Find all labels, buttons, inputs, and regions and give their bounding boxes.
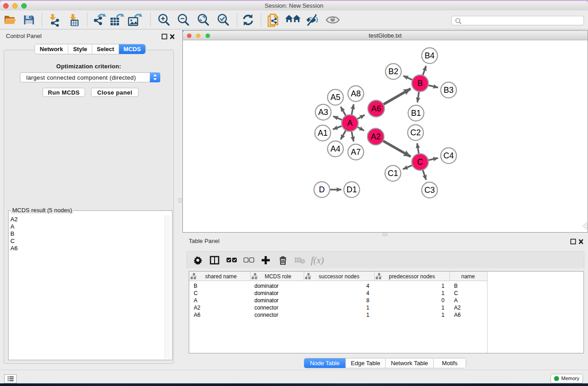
svg-text:shared name: shared name [205, 273, 237, 280]
svg-text:connector: connector [254, 312, 278, 318]
svg-text:1: 1 [366, 312, 369, 318]
svg-text:MCDS role: MCDS role [265, 273, 292, 280]
svg-text:C: C [417, 157, 423, 167]
svg-text:A6: A6 [194, 312, 201, 318]
svg-text:B2: B2 [388, 67, 398, 76]
svg-text:A7: A7 [351, 148, 361, 157]
svg-text:A3: A3 [318, 108, 328, 117]
svg-text:A2: A2 [454, 305, 461, 311]
svg-text:B3: B3 [444, 86, 454, 95]
svg-text:0: 0 [441, 297, 445, 304]
svg-text:C4: C4 [443, 151, 454, 160]
svg-text:A1: A1 [318, 129, 328, 138]
svg-text:dominator: dominator [254, 297, 278, 304]
svg-text:B: B [454, 283, 458, 289]
svg-text:A: A [454, 297, 458, 304]
svg-text:A: A [347, 119, 353, 128]
svg-text:D1: D1 [346, 185, 357, 194]
svg-text:4: 4 [366, 283, 369, 289]
svg-text:4: 4 [366, 290, 369, 296]
svg-text:B4: B4 [425, 51, 435, 60]
svg-text:1: 1 [441, 290, 445, 296]
svg-text:A4: A4 [330, 144, 340, 153]
svg-text:1: 1 [441, 305, 445, 311]
svg-text:B1: B1 [411, 109, 421, 118]
svg-text:A8: A8 [351, 89, 361, 98]
svg-text:B: B [194, 283, 197, 289]
svg-text:C1: C1 [387, 169, 398, 178]
svg-text:dominator: dominator [254, 283, 278, 289]
svg-text:C3: C3 [424, 186, 435, 195]
svg-text:successor nodes: successor nodes [319, 273, 359, 280]
svg-text:dominator: dominator [254, 290, 278, 296]
svg-text:8: 8 [366, 297, 369, 304]
svg-text:A2: A2 [371, 132, 381, 141]
svg-text:A5: A5 [330, 93, 340, 102]
svg-text:A2: A2 [194, 305, 201, 311]
svg-text:1: 1 [441, 312, 445, 318]
svg-text:A6: A6 [371, 104, 381, 113]
svg-text:B: B [417, 79, 423, 88]
svg-text:D: D [319, 185, 325, 194]
svg-text:name: name [461, 273, 475, 280]
svg-text:connector: connector [254, 305, 278, 311]
svg-text:A6: A6 [454, 312, 461, 318]
svg-text:C: C [194, 290, 198, 296]
svg-text:1: 1 [366, 305, 369, 311]
svg-text:1: 1 [441, 283, 445, 289]
svg-text:predecessor nodes: predecessor nodes [389, 273, 435, 280]
svg-text:A: A [194, 297, 197, 304]
svg-text:C: C [454, 290, 458, 296]
svg-text:C2: C2 [410, 128, 421, 137]
